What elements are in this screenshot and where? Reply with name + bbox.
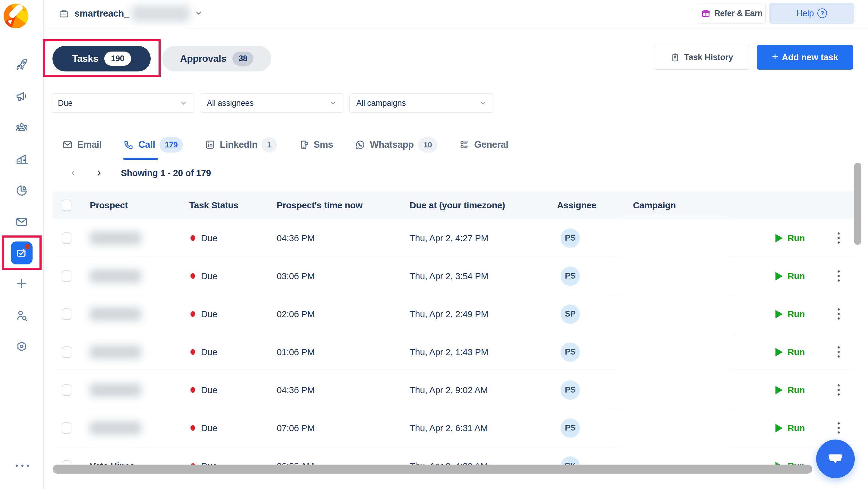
- tab-call[interactable]: Call 179: [123, 132, 183, 157]
- assignee-avatar[interactable]: PS: [561, 419, 580, 438]
- horizontal-scrollbar[interactable]: [53, 465, 812, 473]
- whatsapp-icon: [355, 139, 366, 150]
- assignee-avatar[interactable]: PS: [561, 342, 580, 362]
- sidebar-item-add[interactable]: [15, 277, 29, 291]
- run-button[interactable]: Run: [766, 233, 824, 243]
- due-at-value: Thu, Apr 2, 3:54 PM: [410, 271, 488, 281]
- tab-whatsapp[interactable]: Whatsapp 10: [355, 132, 437, 157]
- row-checkbox[interactable]: [62, 270, 71, 282]
- sidebar-item-campaigns[interactable]: [15, 58, 29, 72]
- row-menu-kebab[interactable]: [824, 385, 854, 396]
- tab-call-badge: 179: [159, 137, 183, 153]
- row-checkbox[interactable]: [62, 233, 71, 244]
- play-icon: [775, 424, 783, 432]
- tab-email-label: Email: [77, 139, 101, 150]
- campaign-name-blurred: [630, 422, 711, 434]
- sidebar-item-settings[interactable]: [15, 340, 29, 354]
- prospect-name-blurred: [90, 345, 141, 359]
- tab-email[interactable]: Email: [62, 132, 101, 157]
- tab-tasks[interactable]: Tasks 190: [53, 46, 151, 71]
- row-menu-kebab[interactable]: [824, 270, 854, 282]
- tab-approvals[interactable]: Approvals 38: [162, 46, 271, 71]
- assignee-avatar[interactable]: PS: [561, 228, 580, 248]
- table-row: Veta Hines Due 06:06 AM Thu, Apr 2, 4:20…: [53, 447, 854, 465]
- refer-earn-button[interactable]: Refer & Earn: [698, 3, 766, 24]
- task-status-label: Due: [201, 461, 217, 465]
- run-button[interactable]: Run: [766, 309, 824, 319]
- sidebar-item-prospects[interactable]: [15, 121, 29, 134]
- assignee-avatar[interactable]: SP: [561, 305, 580, 324]
- sidebar-item-announcements[interactable]: [15, 89, 29, 103]
- due-status-dot: [190, 387, 195, 393]
- column-header-time-now: Prospect's time now: [277, 200, 410, 210]
- chat-widget-button[interactable]: [816, 439, 855, 478]
- campaigns-filter-dropdown[interactable]: All campaigns: [349, 93, 494, 113]
- kebab-icon: [838, 233, 840, 235]
- row-checkbox[interactable]: [62, 385, 71, 396]
- table-row: Due 02:06 PM Thu, Apr 2, 2:49 PM SP Run: [53, 295, 854, 333]
- row-menu-kebab[interactable]: [824, 422, 854, 433]
- run-button[interactable]: Run: [766, 347, 824, 357]
- ellipsis-icon: [16, 465, 18, 467]
- campaign-name-blurred: [630, 460, 711, 465]
- row-checkbox[interactable]: [62, 308, 71, 320]
- assignee-initials: PS: [565, 423, 575, 433]
- row-menu-kebab[interactable]: [824, 346, 854, 358]
- column-header-due-at: Due at (your timezone): [410, 200, 557, 210]
- campaign-name-blurred: [630, 308, 711, 320]
- row-checkbox[interactable]: [62, 460, 71, 465]
- vertical-scrollbar[interactable]: [854, 163, 861, 245]
- assignee-avatar[interactable]: PS: [561, 380, 580, 400]
- assignee-avatar[interactable]: CK: [561, 456, 580, 465]
- run-button[interactable]: Run: [766, 423, 824, 433]
- sidebar-item-inbox[interactable]: [15, 215, 29, 229]
- run-label: Run: [787, 385, 805, 395]
- smartreach-logo[interactable]: [4, 4, 28, 28]
- prospect-time-now: 02:06 PM: [277, 309, 315, 319]
- select-all-checkbox[interactable]: [62, 200, 71, 211]
- play-icon: [775, 462, 783, 465]
- row-menu-kebab[interactable]: [824, 233, 854, 244]
- tab-general[interactable]: General: [459, 132, 508, 157]
- rocket-icon: [15, 58, 29, 72]
- next-page-button[interactable]: [91, 164, 107, 182]
- assignees-filter-value: All assignees: [207, 99, 253, 108]
- kebab-icon: [838, 422, 840, 425]
- workspace-name: smartreach_: [74, 8, 129, 19]
- workspace-picker[interactable]: smartreach_: [58, 0, 203, 27]
- run-button[interactable]: Run: [766, 271, 824, 281]
- run-button[interactable]: Run: [766, 385, 824, 395]
- approvals-count-badge: 38: [232, 52, 253, 66]
- row-checkbox[interactable]: [62, 422, 71, 434]
- prospect-name[interactable]: Veta Hines: [90, 461, 135, 465]
- row-checkbox[interactable]: [62, 346, 71, 358]
- table-row: Due 01:06 PM Thu, Apr 2, 1:43 PM PS Run: [53, 333, 854, 371]
- tab-linkedin[interactable]: LinkedIn 1: [205, 132, 277, 157]
- assignee-avatar[interactable]: PS: [561, 267, 580, 286]
- chevron-down-icon: [329, 99, 337, 107]
- tab-sms-label: Sms: [314, 139, 333, 150]
- tab-call-label: Call: [138, 139, 155, 150]
- clipboard-icon: [670, 53, 680, 62]
- sidebar-more-menu[interactable]: [16, 465, 29, 467]
- assignees-filter-dropdown[interactable]: All assignees: [200, 93, 344, 113]
- prospect-name-blurred: [90, 307, 141, 321]
- table-row: Due 04:36 PM Thu, Apr 2, 9:02 AM PS Run: [53, 371, 854, 409]
- task-history-button[interactable]: Task History: [654, 45, 749, 70]
- help-button[interactable]: Help ?: [770, 3, 854, 24]
- sidebar-item-accounts[interactable]: [15, 152, 29, 166]
- task-history-label: Task History: [684, 53, 733, 62]
- notification-dot: [25, 244, 30, 249]
- add-new-task-button[interactable]: + Add new task: [757, 45, 853, 70]
- prospect-time-now: 04:36 PM: [277, 385, 315, 395]
- previous-page-button[interactable]: [65, 164, 82, 182]
- tab-sms[interactable]: Sms: [299, 132, 333, 157]
- plus-icon: [15, 277, 29, 291]
- sidebar-item-prospect-search[interactable]: [15, 309, 29, 323]
- row-menu-kebab[interactable]: [824, 308, 854, 319]
- sidebar-item-tasks-active[interactable]: [11, 242, 33, 265]
- run-button[interactable]: Run: [766, 461, 824, 465]
- sidebar-item-reports[interactable]: [15, 184, 29, 197]
- chevron-left-icon: [69, 169, 77, 177]
- status-filter-dropdown[interactable]: Due: [51, 93, 194, 113]
